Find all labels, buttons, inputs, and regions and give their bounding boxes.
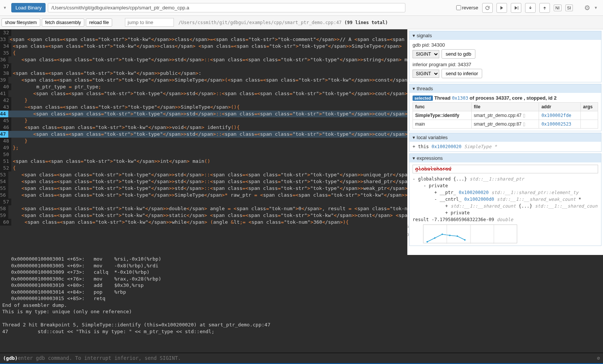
chevron-down-icon: ▾ — [413, 155, 415, 161]
send-to-gdb-button[interactable]: send to gdb — [442, 49, 475, 59]
binary-path-input[interactable] — [48, 3, 405, 12]
svg-rect-0 — [518, 6, 518, 9]
code-line[interactable]: 58 <span class=<span class="tok-str">"to… — [0, 205, 407, 212]
fetch-disassembly-button[interactable]: fetch disassembly — [42, 18, 84, 27]
code-line[interactable]: 45 } — [0, 117, 407, 124]
file-toolbar: show filesystem fetch disassembly reload… — [0, 16, 603, 29]
continue-icon[interactable] — [496, 3, 507, 13]
jump-to-line-input[interactable] — [125, 18, 174, 27]
gdb-input-bar: (gdb) ⊘ — [0, 353, 603, 363]
top-toolbar: ▼ Load Binary reverse NI SI ⚙ ▼ — [0, 0, 603, 16]
code-line[interactable]: 35{ — [0, 50, 407, 56]
right-sidebar: ▾ signals gdb pid: 34300 SIGINT send to … — [407, 29, 603, 255]
ni-button[interactable]: NI — [554, 5, 562, 11]
stack-frame-row[interactable]: mainsmart_ptr_demo.cpp:87 ▯0x100002523 — [413, 120, 598, 129]
load-binary-button[interactable]: Load Binary — [11, 3, 46, 12]
code-line[interactable]: 40 m_ptr_type = ptr_type; — [0, 83, 407, 90]
inferior-signal-select[interactable]: SIGINT — [413, 70, 439, 78]
code-line[interactable]: 36 <span class=<span class="tok-str">"to… — [0, 56, 407, 63]
gdb-signal-select[interactable]: SIGINT — [413, 50, 439, 58]
chart-tick: 1.0 — [407, 233, 409, 237]
code-line[interactable]: 51<span class=<span class="tok-str">"tok… — [0, 158, 407, 165]
chevron-down-icon: ▾ — [413, 86, 415, 91]
threads-header[interactable]: ▾ threads — [410, 84, 601, 93]
menu-caret-icon[interactable]: ▼ — [3, 6, 9, 10]
svg-point-2 — [434, 237, 436, 239]
chevron-down-icon: ▾ — [413, 33, 415, 38]
expressions-header[interactable]: ▾ expressions — [410, 154, 601, 162]
svg-point-3 — [442, 234, 443, 235]
step-down-icon[interactable] — [525, 3, 536, 13]
block-icon[interactable]: ⊘ — [597, 355, 600, 361]
si-button[interactable]: SI — [565, 5, 573, 11]
reverse-checkbox-input[interactable] — [456, 5, 461, 10]
code-line[interactable]: 56 <span class=<span class="tok-str">"to… — [0, 192, 407, 199]
code-line[interactable]: 47 <span class=<span class="tok-str">"to… — [0, 131, 407, 138]
code-line[interactable]: 43 ~<span class=<span class="tok-str">"t… — [0, 104, 407, 111]
restart-icon[interactable] — [482, 3, 493, 13]
local-address-link[interactable]: 0x100200020 — [432, 144, 461, 149]
show-filesystem-button[interactable]: show filesystem — [2, 18, 40, 27]
code-line[interactable]: 53 <span class=<span class="tok-str">"to… — [0, 171, 407, 178]
code-line[interactable]: 49}; — [0, 144, 407, 151]
chart-tick: 1.5 — [407, 224, 409, 229]
reload-file-button[interactable]: reload file — [86, 18, 112, 27]
signals-header[interactable]: ▾ signals — [410, 31, 601, 40]
send-to-inferior-button[interactable]: send to inferior — [442, 69, 482, 78]
reverse-checkbox[interactable]: reverse — [456, 5, 478, 11]
console-output[interactable]: 0x0000000100003001 <+65>: mov %rsi,-0x10… — [0, 255, 603, 353]
code-line[interactable]: 41 <span class=<span class="tok-str">"to… — [0, 90, 407, 97]
code-line[interactable]: 60 <span class=<span class="tok-str">"to… — [0, 219, 407, 226]
svg-point-1 — [426, 241, 428, 243]
selected-badge: selected — [413, 96, 433, 101]
locals-header[interactable]: ▾ local variables — [410, 133, 601, 142]
code-line[interactable]: 34<span class=<span class="tok-str">"tok… — [0, 43, 407, 50]
expression-chart — [423, 224, 517, 243]
code-line[interactable]: 32 — [0, 29, 407, 36]
pause-icon[interactable] — [511, 3, 521, 13]
code-line[interactable]: 52{ — [0, 165, 407, 171]
expression-tree[interactable]: - globalshared {...} std::__1::shared_pt… — [413, 176, 598, 223]
code-line[interactable]: 57 — [0, 199, 407, 205]
current-file-path: /Users/cssmith/git/gdbgui/examples/cpp/s… — [178, 20, 388, 25]
code-line[interactable]: 50 — [0, 151, 407, 158]
signals-section: ▾ signals gdb pid: 34300 SIGINT send to … — [409, 31, 601, 82]
expression-input[interactable] — [413, 165, 598, 173]
locals-section: ▾ local variables + this 0x100200020 Sim… — [409, 133, 601, 152]
code-line[interactable]: 46 <span class=<span class="tok-str">"to… — [0, 124, 407, 131]
local-variable-row[interactable]: + this 0x100200020 SimpleType * — [410, 142, 601, 152]
expressions-section: ▾ expressions - globalshared {...} std::… — [409, 153, 601, 246]
stack-frame-table: func file addr args SimpleType::identify… — [413, 102, 598, 129]
code-line[interactable]: 42 } — [0, 97, 407, 104]
step-up-icon[interactable] — [539, 3, 550, 13]
gdb-pid-label: gdb pid: 34300 — [413, 42, 598, 48]
code-line[interactable]: 54 <span class=<span class="tok-str">"to… — [0, 178, 407, 185]
thread-address-link[interactable]: 0x1303 — [452, 96, 468, 101]
code-line[interactable]: 39 <span class=<span class="tok-str">"to… — [0, 77, 407, 83]
svg-point-5 — [457, 235, 458, 237]
source-code-panel[interactable]: 3233<span <span class=<span class="tok-s… — [0, 29, 407, 255]
chevron-down-icon: ▾ — [413, 135, 415, 140]
code-line[interactable]: 33<span <span class=<span class="tok-str… — [0, 36, 407, 43]
code-line[interactable]: 59 <span class=<span class="tok-str">"to… — [0, 212, 407, 219]
thread-info: Thread 0x1303 of process 34337, core , s… — [434, 95, 557, 101]
inferior-pid-label: inferior program pid: 34337 — [413, 62, 598, 67]
code-line[interactable]: 55 <span class=<span class="tok-str">"to… — [0, 185, 407, 192]
gear-icon[interactable]: ⚙ — [584, 4, 590, 12]
gdb-prompt: (gdb) — [3, 355, 18, 361]
gdb-command-input[interactable] — [18, 355, 597, 361]
svg-point-4 — [449, 235, 451, 236]
svg-point-6 — [464, 239, 466, 241]
code-line[interactable]: 44 <span class=<span class="tok-str">"to… — [0, 111, 407, 117]
code-line[interactable]: 38<span class=<span class="tok-str">"tok… — [0, 70, 407, 77]
threads-section: ▾ threads selected Thread 0x1303 of proc… — [409, 84, 601, 131]
code-line[interactable]: 48 } — [0, 138, 407, 144]
stack-frame-row[interactable]: SimpleType::identifysmart_ptr_demo.cpp:4… — [413, 111, 598, 120]
code-line[interactable]: 37 — [0, 63, 407, 70]
settings-caret-icon[interactable]: ▼ — [594, 6, 600, 10]
